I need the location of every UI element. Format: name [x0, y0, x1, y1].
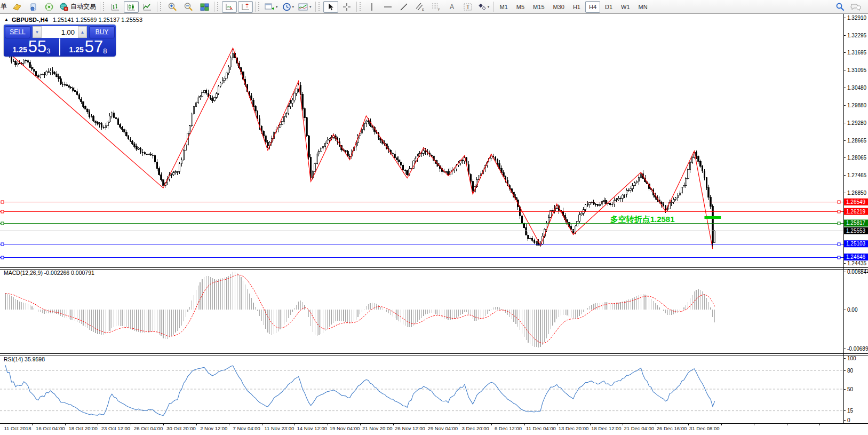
buy-price[interactable]: 1.25 57 8 — [60, 38, 116, 56]
text-label-icon: T — [463, 3, 473, 11]
crosshair-button[interactable] — [339, 1, 354, 13]
price-tick-label: 1.29280 — [847, 120, 867, 126]
periods-button[interactable]: ▾ — [281, 1, 296, 13]
text-button[interactable]: A — [444, 1, 459, 13]
hline-handle[interactable] — [838, 243, 840, 246]
volume-down-button[interactable]: ▼ — [33, 26, 42, 38]
new-order-partial-label[interactable]: 单 — [1, 2, 7, 11]
macd-axis-label: 0.006844 — [847, 269, 868, 275]
dropdown-arrow-icon[interactable]: ▾ — [292, 5, 294, 9]
date-label: 26 Dec 16:00 — [657, 425, 687, 431]
timeframe-D1-button[interactable]: D1 — [601, 1, 616, 13]
chart-canvas[interactable]: 多空转折点1.25811.329101.322951.316951.310951… — [0, 0, 868, 435]
sell-price[interactable]: 1.25 55 3 — [4, 38, 59, 56]
tile-windows-icon — [200, 3, 209, 11]
price-line-label: 1.26219 — [846, 209, 866, 215]
toolbar-separator — [255, 2, 256, 12]
timeframe-M15-button[interactable]: M15 — [529, 1, 548, 13]
date-label: 18 Oct 20:00 — [68, 425, 97, 431]
hline-handle[interactable] — [1, 210, 4, 213]
market-watch-button[interactable] — [26, 1, 41, 13]
zoom-in-button[interactable] — [165, 1, 180, 13]
svg-text:F: F — [438, 8, 440, 11]
new-order-ticket-button[interactable] — [10, 1, 25, 13]
hline-handle[interactable] — [1, 256, 4, 259]
macd-indicator-label: MACD(12,26,9) -0.002266 0.000791 — [4, 270, 94, 276]
search-button[interactable] — [832, 1, 847, 13]
cursor-icon — [327, 3, 335, 11]
annotation-marker[interactable] — [704, 216, 721, 219]
annotation-text[interactable]: 多空转折点1.2581 — [610, 215, 675, 224]
svg-text:A: A — [450, 3, 454, 11]
timeframe-M1-button[interactable]: M1 — [496, 1, 512, 13]
candles-chart-icon — [126, 3, 136, 11]
channel-icon: E — [415, 2, 425, 11]
new-chart-icon — [265, 3, 275, 11]
timeframe-W1-button[interactable]: W1 — [617, 1, 634, 13]
hline-handle[interactable] — [1, 222, 4, 225]
candles-chart-button[interactable] — [124, 1, 139, 13]
timeframe-MN-button[interactable]: MN — [635, 1, 651, 13]
hline-handle[interactable] — [1, 243, 4, 246]
fibonacci-button[interactable]: F — [428, 1, 443, 13]
rsi-axis-label: 15 — [847, 408, 854, 414]
toolbar-separator — [214, 2, 214, 12]
dropdown-arrow-icon[interactable]: ▾ — [309, 5, 312, 9]
auto-scroll-button[interactable] — [222, 1, 237, 13]
sell-button[interactable]: SELL — [5, 26, 30, 38]
dropdown-arrow-icon[interactable]: ▾ — [488, 5, 490, 9]
cursor-button[interactable] — [323, 1, 338, 13]
date-label: 21 Dec 04:00 — [624, 425, 654, 431]
horizontal-line-button[interactable] — [380, 1, 395, 13]
timeframe-M5-button[interactable]: M5 — [513, 1, 528, 13]
rsi-indicator-label: RSI(14) 35.9598 — [4, 356, 45, 362]
hline-handle[interactable] — [838, 210, 840, 213]
timeframe-H4-button[interactable]: H4 — [585, 1, 600, 13]
hline-handle[interactable] — [838, 256, 840, 259]
hline-handle[interactable] — [1, 201, 4, 203]
vertical-line-icon — [369, 3, 375, 11]
channel-button[interactable]: E — [412, 1, 427, 13]
vertical-line-button[interactable] — [364, 1, 379, 13]
arrows-icon — [478, 3, 487, 11]
buy-price-big: 57 — [85, 39, 103, 54]
toolbar: 单 自动交易▾▾▾EFAT▾M1M5M15M30H1H4D1W1MN — [0, 0, 868, 14]
timeframe-H1-button[interactable]: H1 — [569, 1, 584, 13]
dropdown-arrow-icon[interactable]: ▾ — [276, 5, 278, 9]
volume-stepper: ▼ 1.00 ▲ — [33, 26, 87, 38]
tile-windows-button[interactable] — [197, 1, 212, 13]
hline-handle[interactable] — [838, 222, 840, 225]
price-axis[interactable]: 1.329101.322951.316951.310951.304801.298… — [843, 15, 868, 266]
chart-shift-button[interactable] — [238, 1, 253, 13]
new-chart-button[interactable]: ▾ — [263, 1, 280, 13]
date-label: 6 Dec 12:00 — [495, 425, 522, 431]
date-label: 30 Oct 20:00 — [166, 425, 195, 431]
autotrading-button[interactable]: 自动交易 — [58, 1, 98, 13]
line-chart-button[interactable] — [140, 1, 155, 13]
line-chart-icon — [142, 3, 152, 11]
collapse-triangle-icon[interactable]: ▲ — [4, 17, 9, 22]
signals-button[interactable] — [42, 1, 57, 13]
volume-input[interactable]: 1.00 — [42, 28, 78, 36]
market-watch-icon — [29, 3, 38, 11]
chat-button[interactable] — [848, 1, 863, 13]
price-tick-label: 1.29880 — [847, 102, 867, 108]
arrows-button[interactable]: ▾ — [476, 1, 491, 13]
sell-price-small: 1.25 — [13, 45, 27, 54]
price-line-label: 1.26549 — [846, 199, 866, 205]
timeframe-M30-button[interactable]: M30 — [550, 1, 568, 13]
price-tick-label: 1.27465 — [847, 172, 867, 178]
toolbar-grip — [360, 2, 363, 11]
volume-up-button[interactable]: ▲ — [78, 26, 87, 38]
price-tick-label: 1.30480 — [847, 85, 867, 91]
macd-axis-label: 0.00 — [847, 307, 858, 313]
templates-icon — [298, 3, 308, 11]
buy-button[interactable]: BUY — [89, 26, 115, 38]
text-label-button[interactable]: T — [460, 1, 475, 13]
trendline-button[interactable] — [396, 1, 411, 13]
hline-handle[interactable] — [838, 201, 840, 203]
templates-button[interactable]: ▾ — [297, 1, 313, 13]
bars-chart-button[interactable] — [108, 1, 123, 13]
zoom-out-button[interactable] — [181, 1, 196, 13]
date-label: 16 Oct 04:00 — [36, 425, 65, 431]
